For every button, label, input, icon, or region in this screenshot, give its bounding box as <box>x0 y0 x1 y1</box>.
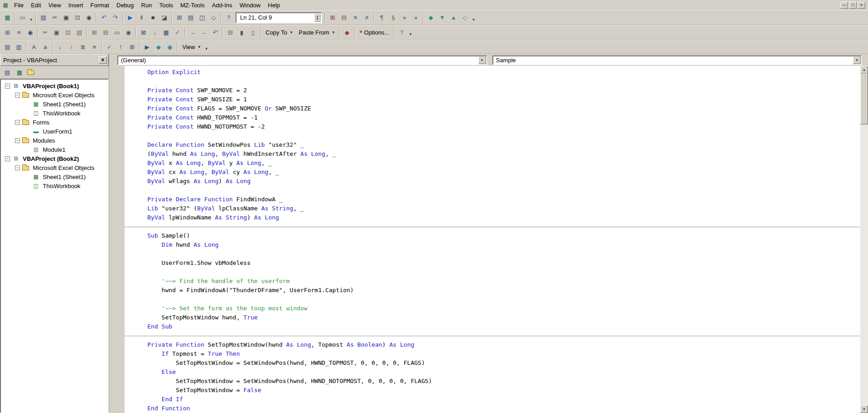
minimize-window-button[interactable]: — <box>840 2 848 9</box>
font-increase-icon[interactable]: A <box>28 41 40 52</box>
insert-userform-icon[interactable]: ▭ <box>17 12 28 23</box>
images-icon[interactable]: ◉ <box>164 41 176 52</box>
sort-ascending-icon[interactable]: ↓ <box>55 41 66 52</box>
uncomment-block-icon[interactable]: § <box>387 12 399 23</box>
position-spinner[interactable]: ▲▼ <box>314 14 321 22</box>
tree-item-vbaproject-book1[interactable]: −⊞VBAProject (Book1) <box>1 81 108 90</box>
sort-procedures-icon[interactable]: ↓ <box>149 27 161 38</box>
tree-item-microsoft-excel-objects[interactable]: −Microsoft Excel Objects <box>1 163 108 172</box>
procedure-dropdown-arrow-icon[interactable]: ▼ <box>853 56 861 64</box>
close-window-button[interactable]: × <box>858 2 865 9</box>
split-window-icon[interactable]: ⊟ <box>225 27 236 38</box>
menu-format[interactable]: Format <box>87 0 113 10</box>
break-icon[interactable]: ‖ <box>136 12 147 23</box>
outdent-icon[interactable]: « <box>410 12 421 23</box>
compile-icon[interactable]: ✓ <box>104 41 115 52</box>
design-mode-icon[interactable]: ◪ <box>159 12 170 23</box>
tree-item-modules[interactable]: −Modules <box>1 136 108 145</box>
paste-from-button[interactable]: Paste From▾ <box>296 27 338 38</box>
mztools-help-icon[interactable]: ? <box>396 27 407 38</box>
cut-icon[interactable]: ✂ <box>49 12 60 23</box>
private-clipboard-copy-icon[interactable]: ▣ <box>51 27 62 38</box>
references-icon[interactable]: ⊞ <box>126 41 138 52</box>
clear-bookmarks-icon[interactable]: ◇ <box>459 12 471 23</box>
controls-icon[interactable]: ◆ <box>153 41 164 52</box>
line-numbers-icon[interactable]: ≣ <box>77 41 89 52</box>
tree-item-userform1[interactable]: ▬UserForm1 <box>1 127 108 136</box>
menu-file[interactable]: File <box>10 0 27 10</box>
menu-help[interactable]: Help <box>264 0 284 10</box>
menu-debug[interactable]: Debug <box>113 0 137 10</box>
syntax-check-icon[interactable]: ! <box>115 41 126 52</box>
options-button[interactable]: *Options... <box>356 27 392 38</box>
review-source-code-icon[interactable]: ✓ <box>172 27 183 38</box>
properties-window-icon[interactable]: ▤ <box>185 12 196 23</box>
tree-item-microsoft-excel-objects[interactable]: −Microsoft Excel Objects <box>1 90 108 100</box>
tree-expander-icon[interactable]: − <box>15 93 20 98</box>
menu-mz-tools[interactable]: MZ-Tools <box>177 0 208 10</box>
scroll-up-button[interactable]: ▲ <box>860 66 868 74</box>
tree-item-vbaproject-book2[interactable]: −⊞VBAProject (Book2) <box>1 154 108 163</box>
save-icon[interactable]: ▤ <box>38 12 49 23</box>
next-bookmark-icon[interactable]: ▼ <box>437 12 448 23</box>
scrollbar-track[interactable] <box>860 74 868 405</box>
tree-expander-icon[interactable]: − <box>5 84 10 89</box>
tree-item-sheet1-sheet1[interactable]: ▦Sheet1 (Sheet1) <box>1 100 108 109</box>
insert-dropdown-icon[interactable]: ▾ <box>28 12 34 23</box>
indent-icon[interactable]: » <box>399 12 410 23</box>
spinner-down-icon[interactable]: ▼ <box>316 18 319 20</box>
view-code-icon[interactable]: ▤ <box>2 67 13 77</box>
goto-declaration-icon[interactable]: ← <box>198 27 210 38</box>
tree-item-sheet1-sheet1[interactable]: ▦Sheet1 (Sheet1) <box>1 172 108 181</box>
project-explorer-header[interactable]: Project - VBAProject × <box>0 54 109 66</box>
add-error-handler-icon[interactable]: ⊞ <box>327 12 338 23</box>
object-dropdown[interactable]: (General) ▼ <box>117 55 487 65</box>
help-icon[interactable]: ? <box>223 12 234 23</box>
run-icon[interactable]: ▶ <box>125 12 136 23</box>
procedure-view-icon[interactable]: ▯ <box>247 27 259 38</box>
project-tree[interactable]: −⊞VBAProject (Book1)−Microsoft Excel Obj… <box>0 79 109 413</box>
toolbar1-options-icon[interactable]: ▾ <box>471 12 477 23</box>
code-text[interactable]: Option ExplicitPrivate Const SWP_NOMOVE … <box>125 66 860 413</box>
tree-expander-icon[interactable]: − <box>15 138 20 143</box>
paste-icon[interactable]: ⊡ <box>72 12 83 23</box>
restore-window-button[interactable]: □ <box>849 2 857 9</box>
new-procedure-icon[interactable]: ⊞ <box>2 27 13 38</box>
find-references-icon[interactable]: ◉ <box>123 27 134 38</box>
outline-icon[interactable]: ≡ <box>89 41 100 52</box>
menu-window[interactable]: Window <box>236 0 264 10</box>
code-library-icon[interactable]: ▤ <box>74 27 85 38</box>
add-line-numbers-icon[interactable]: ≡ <box>350 12 361 23</box>
toggle-folders-icon[interactable] <box>26 67 37 77</box>
toggle-bookmark-icon[interactable]: ◆ <box>425 12 437 23</box>
object-dropdown-arrow-icon[interactable]: ▼ <box>478 56 486 64</box>
tree-item-module1[interactable]: ▥Module1 <box>1 145 108 154</box>
favorites-icon[interactable]: ◆ <box>341 27 353 38</box>
sort-descending-icon[interactable]: ↑ <box>66 41 77 52</box>
full-module-view-icon[interactable]: ▮ <box>236 27 247 38</box>
remove-line-numbers-icon[interactable]: ≠ <box>361 12 372 23</box>
tree-item-forms[interactable]: −Forms <box>1 118 108 127</box>
statistics-icon[interactable]: ▦ <box>161 27 172 38</box>
view-button[interactable]: View▾ <box>179 41 203 52</box>
find-icon[interactable]: ◉ <box>83 12 95 23</box>
menu-add-ins[interactable]: Add-Ins <box>208 0 236 10</box>
toolbox-icon[interactable]: ◇ <box>208 12 219 23</box>
menu-edit[interactable]: Edit <box>27 0 45 10</box>
menu-tools[interactable]: Tools <box>156 0 176 10</box>
object-browser-icon[interactable]: ◫ <box>196 12 208 23</box>
rename-icon[interactable]: ▭ <box>111 27 123 38</box>
tree-expander-icon[interactable]: − <box>15 165 20 170</box>
previous-bookmark-icon[interactable]: ▲ <box>448 12 459 23</box>
copy-icon[interactable]: ▣ <box>60 12 72 23</box>
font-decrease-icon[interactable]: a <box>40 41 51 52</box>
code-editor[interactable]: Option ExplicitPrivate Const SWP_NOMOVE … <box>109 66 868 413</box>
comment-block-icon[interactable]: ¶ <box>376 12 387 23</box>
tree-item-thisworkbook[interactable]: ◫ThisWorkbook <box>1 109 108 118</box>
menu-insert[interactable]: Insert <box>65 0 87 10</box>
add-xml-documentation-icon[interactable]: ⊠ <box>138 27 149 38</box>
scrollbar-thumb[interactable] <box>860 74 868 124</box>
goto-definition-icon[interactable]: → <box>187 27 198 38</box>
tree-item-thisworkbook[interactable]: ◫ThisWorkbook <box>1 181 108 190</box>
project-explorer-icon[interactable]: ⊞ <box>174 12 185 23</box>
